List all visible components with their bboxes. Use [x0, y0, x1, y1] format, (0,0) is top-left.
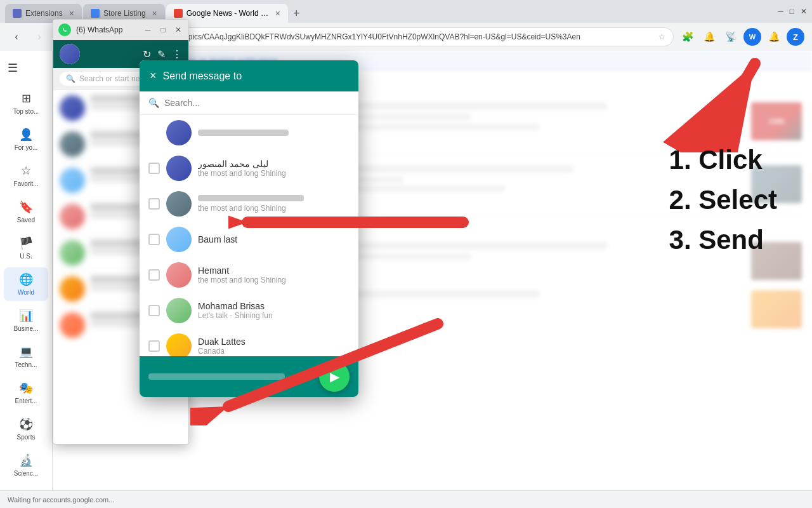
news-thumbnail-2	[751, 165, 802, 203]
wa-chat-avatar-4	[60, 204, 85, 229]
wa-header-icons: ↻ ✎ ⋮	[143, 48, 182, 60]
wa-compose-icon[interactable]: ✎	[157, 48, 166, 60]
sidebar-item-world[interactable]: 🌐 World	[4, 267, 48, 301]
whatsapp-title: (6) WhatsApp	[76, 25, 138, 34]
contact-status-2: the most and long Shining	[198, 204, 350, 213]
wa-user-avatar	[60, 44, 80, 64]
sidebar-item-entertainment[interactable]: 🎭 Entert...	[4, 376, 48, 410]
sidebar-item-science[interactable]: 🔬 Scienc...	[4, 448, 48, 482]
contact-avatar-4	[166, 262, 192, 288]
contact-status-4: the most and long Shining	[198, 276, 350, 284]
technology-icon: 💻	[19, 345, 33, 359]
send-modal-footer: ▶	[140, 356, 358, 397]
sidebar-item-saved[interactable]: 🔖 Saved	[4, 195, 48, 229]
sidebar: ☰ ⊞ Top sto... 👤 For yo... ☆ Favorit... …	[0, 51, 53, 508]
contact-checkbox-6[interactable]	[148, 340, 160, 352]
tab-favicon-extensions	[13, 9, 22, 18]
contact-item-1[interactable]: ليلى محمد المنصور the most and long Shin…	[140, 150, 358, 186]
sidebar-item-sports[interactable]: ⚽ Sports	[4, 412, 48, 446]
extensions-icon[interactable]: 🧩	[679, 28, 697, 46]
sidebar-label-us: U.S.	[20, 253, 32, 260]
hamburger-icon[interactable]: ☰	[8, 61, 18, 75]
profile-avatar[interactable]: Z	[787, 28, 804, 46]
send-contacts-list: ليلى محمد المنصور the most and long Shin…	[140, 115, 358, 356]
whatsapp-icon[interactable]: W	[743, 28, 761, 46]
whatsapp-window-buttons: ─ □ ✕	[143, 25, 183, 35]
contact-item-4[interactable]: Hemant the most and long Shining	[140, 257, 358, 293]
contact-checkbox-4[interactable]	[148, 269, 160, 281]
contact-name-4: Hemant	[198, 265, 350, 276]
top-stories-icon: ⊞	[22, 91, 31, 105]
for-you-icon: 👤	[19, 128, 33, 142]
wa-chat-avatar-3	[60, 168, 85, 193]
contact-name-6: Duak Lattes	[198, 337, 350, 347]
send-button[interactable]: ▶	[319, 361, 350, 392]
sidebar-item-technology[interactable]: 💻 Techn...	[4, 340, 48, 373]
contact-checkbox-5[interactable]	[148, 305, 160, 316]
wa-close-button[interactable]: ✕	[173, 25, 183, 35]
contact-item-5[interactable]: Mohamad Brisas Let's talk - Shining fun	[140, 293, 358, 328]
tab-title-extensions: Extensions	[25, 9, 63, 18]
world-icon: 🌐	[19, 272, 33, 286]
tab-close-extensions[interactable]: ×	[69, 8, 74, 18]
wa-maximize-button[interactable]: □	[158, 25, 168, 35]
tab-close-news[interactable]: ×	[275, 8, 280, 18]
contact-item-3[interactable]: Baum last	[140, 222, 358, 257]
contact-avatar-6	[166, 333, 192, 356]
status-text: Waiting for accounts.google.com...	[8, 496, 114, 504]
wa-chat-name-4	[90, 204, 141, 210]
maximize-button[interactable]: □	[790, 7, 794, 16]
sidebar-item-business[interactable]: 📊 Busine...	[4, 304, 48, 337]
contact-name-1: ليلى محمد المنصور	[198, 159, 350, 169]
wa-menu-icon[interactable]: ⋮	[172, 48, 182, 60]
contact-name-blurred-0	[198, 130, 289, 136]
sidebar-label-saved: Saved	[17, 217, 35, 224]
saved-icon: 🔖	[19, 200, 33, 214]
contact-item-2[interactable]: the most and long Shining	[140, 186, 358, 222]
wa-refresh-icon[interactable]: ↻	[143, 48, 151, 60]
sidebar-item-for-you[interactable]: 👤 For yo...	[4, 123, 48, 156]
close-button[interactable]: ✕	[801, 7, 807, 16]
bottom-status-bar: Waiting for accounts.google.com...	[0, 490, 812, 508]
rss-icon[interactable]: 📡	[722, 28, 740, 46]
new-tab-button[interactable]: +	[293, 7, 300, 20]
contact-checkbox-2[interactable]	[148, 198, 160, 210]
wa-chat-avatar-7	[60, 312, 85, 338]
contact-checkbox-1[interactable]	[148, 163, 160, 174]
forward-button[interactable]: ›	[30, 28, 48, 46]
sidebar-label-entertainment: Entert...	[15, 398, 37, 404]
contact-item-0[interactable]	[140, 115, 358, 150]
wa-minimize-button[interactable]: ─	[143, 25, 153, 35]
tab-title-store: Store Listing	[103, 9, 146, 18]
browser-frame: Extensions × Store Listing × Google News…	[0, 0, 812, 508]
contact-checkbox-3[interactable]	[148, 234, 160, 245]
wa-chat-name-6	[90, 276, 145, 283]
sidebar-item-favorites[interactable]: ☆ Favorit...	[4, 159, 48, 192]
tab-title-news: Google News - World - World U...	[187, 9, 269, 18]
send-modal-close-button[interactable]: ×	[150, 69, 157, 83]
send-modal-search-area: 🔍	[140, 91, 358, 115]
sidebar-item-us[interactable]: 🏴 U.S.	[4, 231, 48, 265]
sidebar-label-business: Busine...	[14, 325, 39, 332]
contact-info-0	[198, 130, 350, 136]
contact-name-2-blurred	[198, 195, 304, 201]
contact-item-6[interactable]: Duak Lattes Canada	[140, 328, 358, 356]
send-search-input[interactable]	[164, 98, 350, 108]
sports-icon: ⚽	[19, 417, 33, 431]
whatsapp-titlebar: (6) WhatsApp ─ □ ✕	[53, 20, 188, 40]
contact-info-1: ليلى محمد المنصور the most and long Shin…	[198, 159, 350, 178]
bell-icon[interactable]: 🔔	[765, 28, 783, 46]
sidebar-label-sports: Sports	[17, 434, 36, 441]
bookmark-icon[interactable]: ☆	[658, 32, 665, 41]
minimize-button[interactable]: ─	[778, 7, 783, 16]
send-modal-header: × Send message to	[140, 60, 358, 91]
tab-close-store[interactable]: ×	[152, 8, 157, 18]
wa-chat-avatar-6	[60, 276, 85, 302]
back-button[interactable]: ‹	[8, 28, 25, 46]
contact-status-5: Let's talk - Shining fun	[198, 311, 350, 320]
sidebar-item-top-stories[interactable]: ⊞ Top sto...	[4, 86, 48, 120]
sidebar-label-top-stories: Top sto...	[13, 108, 39, 115]
fire-icon[interactable]: 🔔	[700, 28, 718, 46]
contact-name-5: Mohamad Brisas	[198, 301, 350, 311]
sidebar-label-favorites: Favorit...	[14, 180, 39, 187]
